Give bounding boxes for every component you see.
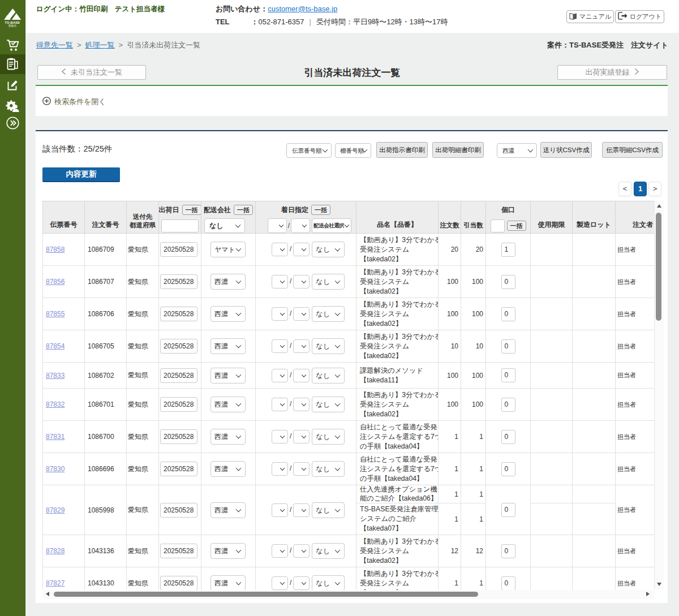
svg-text:TS-BASE: TS-BASE (5, 21, 20, 24)
svg-text:受発注: 受発注 (8, 24, 17, 27)
